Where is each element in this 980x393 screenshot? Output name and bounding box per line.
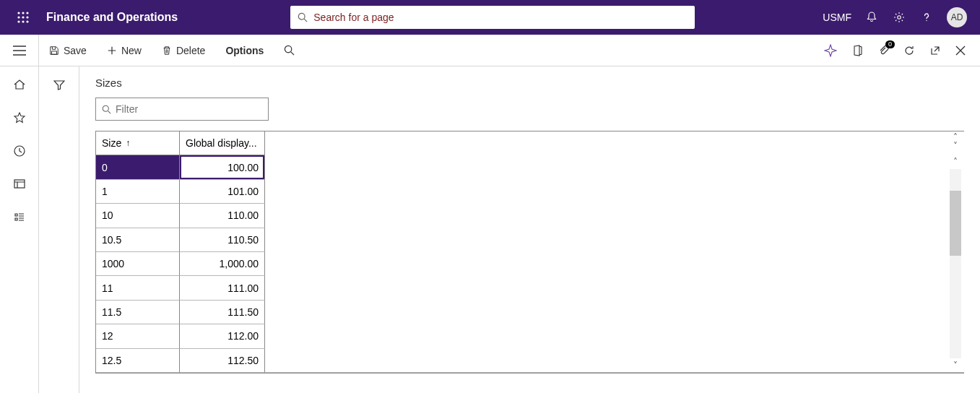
hamburger-icon: [13, 46, 26, 56]
scroll-up-icon[interactable]: ˄: [953, 157, 958, 166]
favorites-nav[interactable]: [13, 111, 26, 127]
new-label: New: [121, 45, 142, 56]
scroll-down-icon[interactable]: ˅: [953, 142, 958, 150]
options-label: Options: [225, 45, 264, 56]
cell-display[interactable]: 101.00: [180, 180, 265, 204]
svg-point-19: [103, 105, 108, 111]
modules-nav[interactable]: [13, 211, 26, 227]
filter-pane-toggle[interactable]: [53, 79, 65, 393]
options-button[interactable]: Options: [215, 35, 274, 66]
search-icon: [298, 12, 308, 22]
recent-nav[interactable]: [13, 144, 26, 160]
quick-filter[interactable]: [95, 98, 269, 121]
delete-label: Delete: [176, 45, 205, 56]
display-order-input[interactable]: [180, 155, 264, 178]
table-row[interactable]: 0: [96, 155, 265, 179]
table-row[interactable]: 1000 1,000.00: [96, 252, 265, 276]
svg-point-15: [285, 46, 292, 52]
svg-point-1: [22, 12, 24, 14]
table-row[interactable]: 10.5 110.50: [96, 228, 265, 252]
search-icon: [284, 45, 295, 56]
grid-outer-scrollbar[interactable]: ˄ ˅ ˄ ˅: [948, 131, 963, 373]
company-code[interactable]: USMF: [823, 12, 851, 23]
refresh-icon: [903, 45, 915, 56]
clock-icon: [13, 144, 26, 157]
grid-empty-area: [265, 131, 964, 373]
cell-display[interactable]: 110.50: [180, 228, 265, 252]
svg-point-3: [17, 16, 19, 18]
funnel-icon: [53, 79, 65, 91]
cell-display[interactable]: 112.00: [180, 324, 265, 348]
help-button[interactable]: [919, 10, 934, 25]
svg-rect-18: [14, 180, 25, 188]
cell-size[interactable]: 0: [96, 155, 180, 179]
save-label: Save: [64, 45, 87, 56]
cell-display[interactable]: 111.00: [180, 276, 265, 300]
cell-size[interactable]: 12: [96, 324, 180, 348]
quick-filter-input[interactable]: [116, 103, 262, 115]
svg-line-16: [291, 52, 294, 55]
column-header-size[interactable]: Size ↑: [96, 131, 180, 155]
global-search-placeholder: Search for a page: [313, 12, 394, 23]
popout-button[interactable]: [929, 45, 941, 56]
table-row[interactable]: 12.5 112.50: [96, 349, 265, 373]
search-icon: [102, 105, 111, 114]
home-nav[interactable]: [13, 78, 26, 94]
scroll-track[interactable]: [950, 169, 961, 358]
app-title: Finance and Operations: [40, 11, 178, 24]
column-header-display[interactable]: Global display...: [180, 131, 265, 155]
table-row[interactable]: 12 112.00: [96, 324, 265, 348]
office-button[interactable]: [851, 45, 863, 56]
settings-button[interactable]: [892, 10, 906, 25]
refresh-button[interactable]: [903, 45, 915, 56]
filter-pane-toggle-col: [39, 66, 79, 393]
copilot-button[interactable]: [824, 44, 837, 57]
question-icon: [921, 12, 932, 23]
svg-point-0: [17, 12, 19, 14]
app-launcher[interactable]: [6, 0, 40, 35]
attachments-button[interactable]: 0: [877, 45, 889, 56]
workspaces-nav[interactable]: [13, 178, 26, 194]
svg-point-7: [22, 20, 24, 22]
global-search[interactable]: Search for a page: [290, 6, 695, 29]
table-row[interactable]: 11.5 111.50: [96, 301, 265, 324]
save-button[interactable]: Save: [39, 35, 97, 66]
cell-size[interactable]: 10: [96, 204, 180, 228]
cell-size[interactable]: 1000: [96, 252, 180, 276]
cell-display[interactable]: 1,000.00: [180, 252, 265, 276]
workspace-icon: [13, 178, 26, 191]
nav-rail: [0, 66, 39, 393]
user-avatar[interactable]: AD: [947, 7, 967, 27]
cell-size[interactable]: 12.5: [96, 349, 180, 373]
svg-point-2: [26, 12, 28, 14]
trash-icon: [162, 46, 172, 56]
cell-display[interactable]: 112.50: [180, 349, 265, 373]
cell-size[interactable]: 11.5: [96, 301, 180, 324]
new-button[interactable]: New: [97, 35, 152, 66]
waffle-icon: [17, 12, 29, 23]
cell-size[interactable]: 10.5: [96, 228, 180, 252]
notifications-button[interactable]: [864, 10, 879, 25]
avatar-initials: AD: [951, 12, 963, 22]
close-button[interactable]: [955, 46, 966, 56]
cell-display[interactable]: 110.00: [180, 204, 265, 228]
cell-size[interactable]: 1: [96, 180, 180, 204]
gear-icon: [893, 12, 905, 23]
data-grid: Size ↑ Global display... 0 1 101.00: [95, 131, 964, 373]
cell-display[interactable]: [180, 155, 265, 179]
delete-button[interactable]: Delete: [152, 35, 215, 66]
nav-toggle[interactable]: [0, 35, 39, 66]
cell-display[interactable]: 111.50: [180, 301, 265, 324]
save-icon: [49, 46, 59, 56]
popout-icon: [929, 45, 941, 56]
table-row[interactable]: 11 111.00: [96, 276, 265, 300]
toolbar-search-button[interactable]: [274, 35, 305, 66]
scroll-thumb[interactable]: [950, 191, 961, 256]
svg-point-6: [17, 20, 19, 22]
table-row[interactable]: 10 110.00: [96, 204, 265, 228]
cell-size[interactable]: 11: [96, 276, 180, 300]
scroll-down-icon[interactable]: ˅: [953, 361, 958, 370]
close-icon: [955, 46, 966, 56]
star-icon: [13, 111, 26, 124]
table-row[interactable]: 1 101.00: [96, 180, 265, 204]
